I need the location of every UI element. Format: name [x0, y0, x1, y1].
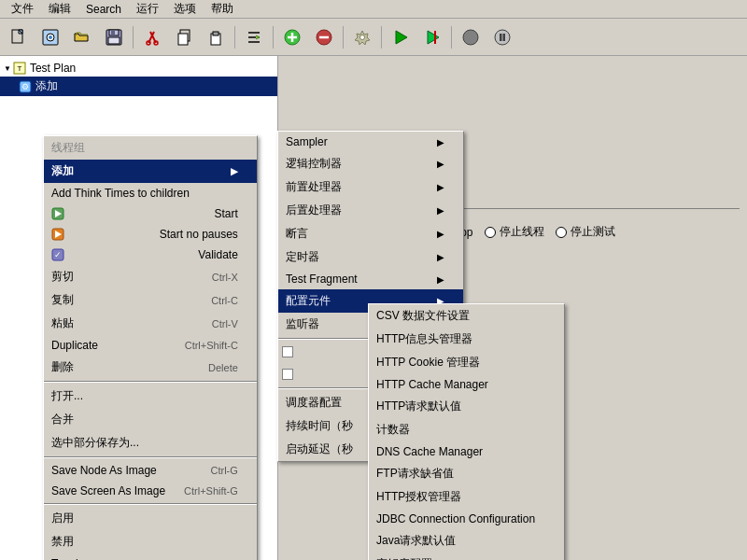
menu-save-node-image[interactable]: Save Node As Image Ctrl-G	[44, 460, 257, 481]
menu-save-partial[interactable]: 选中部分保存为...	[44, 431, 257, 455]
menu-http-auth-mgr[interactable]: HTTP授权管理器	[369, 485, 564, 509]
svg-rect-14	[178, 34, 188, 45]
delay-checkbox-box[interactable]	[282, 346, 293, 357]
menu-post-processor[interactable]: 后置处理器 ▶	[278, 199, 463, 222]
timer-arrow: ▶	[437, 252, 444, 262]
menu-edit[interactable]: 编辑	[41, 0, 78, 19]
toolbar	[0, 19, 747, 56]
menu-file[interactable]: 文件	[4, 0, 41, 19]
radio-stop-test[interactable]: 停止测试	[556, 224, 615, 240]
menu-help[interactable]: 帮助	[204, 0, 241, 19]
menu-cut[interactable]: 剪切 Ctrl-X	[44, 265, 257, 288]
run-button[interactable]	[386, 22, 416, 52]
svg-marker-28	[428, 31, 439, 44]
menu-open[interactable]: 打开...	[44, 385, 257, 408]
menu-http-cache-mgr[interactable]: HTTP Cache Manager	[369, 374, 564, 395]
menu-save-screen-image[interactable]: Save Screen As Image Ctrl+Shift-G	[44, 481, 257, 501]
menu-run[interactable]: 运行	[129, 0, 166, 19]
menu-merge[interactable]: 合并	[44, 408, 257, 431]
menu-http-cookie-mgr[interactable]: HTTP Cookie 管理器	[369, 351, 564, 374]
menu-delete[interactable]: 删除 Delete	[44, 356, 257, 379]
tree: ▼ T Test Plan ⚙ 添加	[0, 56, 277, 100]
svg-text:✓: ✓	[54, 250, 62, 259]
menu-start-no-pauses[interactable]: Start no pauses	[44, 224, 257, 245]
svg-point-30	[463, 30, 478, 45]
toolbar-separator-4	[343, 26, 344, 49]
tree-arrow: ▼	[4, 64, 11, 73]
template-button[interactable]	[35, 22, 65, 52]
expand-button[interactable]	[239, 22, 269, 52]
paste-button[interactable]	[201, 22, 231, 52]
remove-button[interactable]	[309, 22, 339, 52]
stop-button[interactable]	[456, 22, 486, 52]
menu-csv-data[interactable]: CSV 数据文件设置	[369, 304, 564, 328]
open-button[interactable]	[67, 22, 97, 52]
menu-add-think-times[interactable]: Add Think Times to children	[44, 183, 257, 203]
tree-item-testplan[interactable]: ▼ T Test Plan	[0, 60, 277, 77]
menu-dns-cache[interactable]: DNS Cache Manager	[369, 441, 564, 462]
menu-search[interactable]: Search	[78, 1, 129, 18]
radio-stop-test-circle[interactable]	[556, 227, 567, 238]
menu-enable[interactable]: 启用	[44, 507, 257, 530]
menu-pre-processor[interactable]: 前置处理器 ▶	[278, 175, 463, 199]
menu-jdbc-config[interactable]: JDBC Connection Configuration	[369, 509, 564, 529]
menu-paste[interactable]: 粘贴 Ctrl-V	[44, 312, 257, 335]
menu-sep-3	[44, 503, 257, 505]
svg-rect-32	[500, 34, 502, 41]
svg-text:T: T	[17, 64, 21, 73]
menu-test-fragment[interactable]: Test Fragment ▶	[278, 269, 463, 289]
submenu-arrow: ▶	[231, 166, 238, 176]
halt-button[interactable]	[487, 22, 517, 52]
menu-start[interactable]: Start	[44, 203, 257, 224]
menu-add[interactable]: 添加 ▶	[44, 160, 257, 183]
context-menu-l3: CSV 数据文件设置 HTTP信息头管理器 HTTP Cookie 管理器 HT…	[368, 303, 565, 560]
menu-timer[interactable]: 定时器 ▶	[278, 245, 463, 269]
tree-item-testplan-label: Test Plan	[30, 62, 76, 75]
menu-counter[interactable]: 计数器	[369, 418, 564, 441]
pre-arrow: ▶	[437, 182, 444, 192]
menu-ftp-defaults[interactable]: FTP请求缺省值	[369, 462, 564, 485]
menu-disable[interactable]: 禁用	[44, 530, 257, 553]
menu-options[interactable]: 选项	[166, 0, 204, 19]
scheduler-checkbox-box[interactable]	[282, 369, 293, 380]
fragment-arrow: ▶	[437, 274, 444, 285]
copy-button[interactable]	[169, 22, 199, 52]
menu-toggle[interactable]: Toggle Ctrl-T	[44, 553, 257, 560]
menu-threadgroup-header: 线程组	[44, 136, 257, 160]
svg-marker-27	[396, 31, 407, 44]
sampler-arrow: ▶	[437, 137, 444, 147]
menu-http-header-mgr[interactable]: HTTP信息头管理器	[369, 328, 564, 351]
assertion-arrow: ▶	[437, 229, 444, 239]
menu-validate[interactable]: ✓ Validate	[44, 245, 257, 265]
add-button[interactable]	[277, 22, 307, 52]
tree-item-add-label: 添加	[35, 78, 58, 94]
save-button[interactable]	[99, 22, 129, 52]
stop-no-pauses-button[interactable]	[417, 22, 447, 52]
toolbar-separator-6	[451, 26, 452, 49]
svg-point-26	[360, 35, 365, 39]
settings-button[interactable]	[347, 22, 377, 52]
svg-rect-7	[111, 31, 115, 35]
menu-assertion[interactable]: 断言 ▶	[278, 222, 463, 245]
toolbar-separator-5	[381, 26, 382, 49]
logic-arrow: ▶	[437, 159, 444, 169]
menu-duplicate[interactable]: Duplicate Ctrl+Shift-C	[44, 335, 257, 356]
menu-copy[interactable]: 复制 Ctrl-C	[44, 288, 257, 312]
new-button[interactable]	[4, 22, 34, 52]
svg-point-4	[49, 35, 52, 39]
radio-stop-thread-circle[interactable]	[485, 227, 496, 238]
tree-item-add[interactable]: ⚙ 添加	[0, 77, 277, 96]
menu-java-defaults[interactable]: Java请求默认值	[369, 529, 564, 553]
menubar: 文件 编辑 Search 运行 选项 帮助	[0, 0, 747, 19]
menu-keystore-config[interactable]: 密钥库配置	[369, 553, 564, 560]
svg-point-31	[495, 30, 510, 45]
menu-sep-1	[44, 381, 257, 383]
menu-sampler[interactable]: Sampler ▶	[278, 132, 463, 152]
cut-button[interactable]	[137, 22, 167, 52]
toolbar-separator-3	[273, 26, 274, 49]
radio-stop-thread[interactable]: 停止线程	[485, 224, 544, 240]
menu-http-defaults[interactable]: HTTP请求默认值	[369, 395, 564, 418]
menu-logic-controller[interactable]: 逻辑控制器 ▶	[278, 152, 463, 175]
toolbar-separator-1	[133, 26, 134, 49]
menu-sep-2	[44, 456, 257, 458]
